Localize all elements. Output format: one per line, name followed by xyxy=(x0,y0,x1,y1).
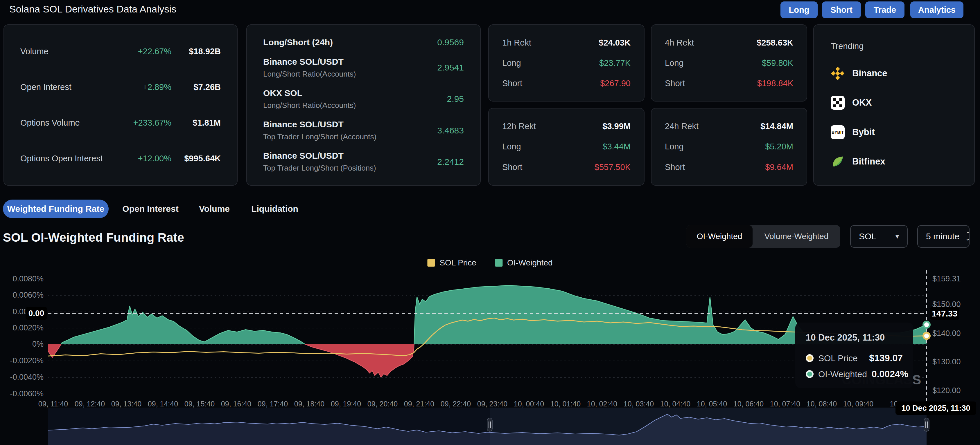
y-left-tick-label: -0.0020% xyxy=(0,356,44,365)
x-tick-label: 10, 08:40 xyxy=(807,400,837,408)
tooltip-value: $139.07 xyxy=(869,353,903,363)
x-tick-label: 09, 17:40 xyxy=(258,400,288,408)
tooltip-row-sol-price: SOL Price $139.07 xyxy=(806,353,903,363)
x-tick-label: 09, 12:40 xyxy=(75,400,105,408)
tooltip-value: 0.0024% xyxy=(872,369,908,379)
y-right-tick-label: $120.00 xyxy=(932,386,961,395)
x-tick-label: 09, 14:40 xyxy=(148,400,178,408)
x-tick-label: 10, 00:40 xyxy=(514,400,544,408)
x-tick-label: 09, 11:40 xyxy=(38,400,68,408)
x-tick-label: 10, 02:40 xyxy=(587,400,617,408)
x-tick-label: 09, 21:40 xyxy=(404,400,434,408)
x-tick-label: 09, 13:40 xyxy=(111,400,142,408)
navigator-handle[interactable] xyxy=(924,418,929,431)
chart-tooltip: 10 Dec 2025, 11:30 SOL Price $139.07 OI-… xyxy=(795,323,913,388)
x-tick-label: 09, 18:40 xyxy=(294,400,325,408)
x-tick-label: 09, 20:40 xyxy=(368,400,398,408)
yellow-dot-icon xyxy=(806,354,814,362)
green-dot-icon xyxy=(806,370,814,378)
y-left-tick-label: 0% xyxy=(0,340,44,349)
x-tick-label: 09, 19:40 xyxy=(331,400,361,408)
x-tick-label: 10, 06:40 xyxy=(733,400,764,408)
tooltip-label: OI-Weighted xyxy=(818,369,867,379)
x-tick-label: 10, 07:40 xyxy=(770,400,800,408)
y-right-tick-label: $140.00 xyxy=(932,329,961,338)
y-left-tick-label: 0.0080% xyxy=(0,274,44,283)
y-left-tick-label: -0.0040% xyxy=(0,373,44,382)
tooltip-date: 10 Dec 2025, 11:30 xyxy=(806,333,903,343)
x-tick-label: 09, 23:40 xyxy=(477,400,508,408)
navigator-handle[interactable] xyxy=(487,418,492,431)
x-tick-label: 10, 03:40 xyxy=(624,400,654,408)
x-tick-label: 10, 01:40 xyxy=(550,400,581,408)
y-left-tick-label: 0.0020% xyxy=(0,323,44,333)
x-tick-label: 10, 05:40 xyxy=(697,400,727,408)
tooltip-label: SOL Price xyxy=(818,353,858,363)
y-right-tick-label: $159.31 xyxy=(932,274,961,283)
x-tick-label: 09, 16:40 xyxy=(221,400,251,408)
x-tick-label: 09, 15:40 xyxy=(185,400,215,408)
x-tick-label: 09, 22:40 xyxy=(441,400,471,408)
derivatives-dashboard: Solana SOL Derivatives Data Analysis Lon… xyxy=(0,0,980,445)
tooltip-row-oi-weighted: OI-Weighted 0.0024% xyxy=(806,369,903,379)
crosshair-right-badge: 147.33 xyxy=(930,307,959,320)
y-left-tick-label: -0.0060% xyxy=(0,389,44,398)
y-left-tick-label: 0.0060% xyxy=(0,291,44,300)
crosshair-left-badge: 0.00 xyxy=(25,307,47,320)
x-tick-label: 10, 04:40 xyxy=(660,400,690,408)
x-tick-label: 10, 09:40 xyxy=(843,400,873,408)
crosshair-date-badge: 10 Dec 2025, 11:30 xyxy=(896,401,976,415)
y-right-tick-label: $130.00 xyxy=(932,357,961,366)
